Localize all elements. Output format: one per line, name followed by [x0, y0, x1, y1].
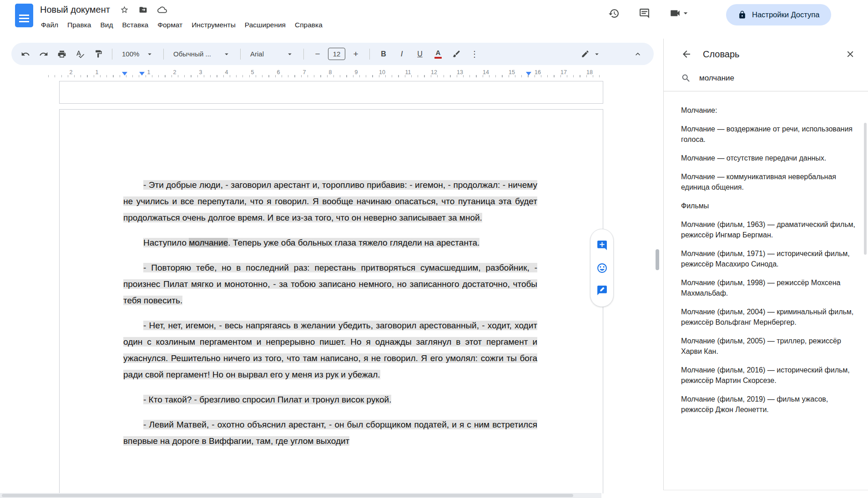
- toolbar-separator: [369, 49, 370, 60]
- text-color-button[interactable]: A: [430, 46, 446, 62]
- menu-item[interactable]: Правка: [63, 19, 96, 31]
- increase-font-button[interactable]: +: [348, 46, 363, 62]
- document-title[interactable]: Новый документ: [40, 5, 110, 15]
- menu-item[interactable]: Инструменты: [187, 19, 240, 31]
- ruler-number: 10: [379, 69, 385, 75]
- panel-scrollbar-thumb[interactable]: [864, 123, 867, 255]
- menu-item[interactable]: Вставка: [118, 19, 153, 31]
- undo-button[interactable]: [18, 46, 33, 62]
- dictionary-entry: Молчание — воздержание от речи, использо…: [681, 124, 856, 145]
- document-paragraph[interactable]: - Нет, нет, игемон, - весь напрягаясь в …: [123, 317, 537, 383]
- pen-icon: [577, 46, 593, 62]
- move-folder-icon[interactable]: [139, 5, 147, 14]
- video-camera-icon: [669, 7, 681, 19]
- ruler-ticks: [48, 75, 605, 77]
- zoom-value: 100%: [122, 50, 139, 58]
- ruler-number: 12: [431, 69, 437, 75]
- toolbar-separator: [112, 49, 112, 60]
- font-value: Arial: [250, 50, 264, 58]
- decrease-font-button[interactable]: −: [310, 46, 325, 62]
- star-icon[interactable]: [120, 5, 129, 14]
- dictionary-entry: Молчание — отсутствие передачи данных.: [681, 153, 856, 163]
- ruler-number: 13: [457, 69, 463, 75]
- menu-item[interactable]: Формат: [153, 19, 187, 31]
- menu-item[interactable]: Справка: [290, 19, 327, 31]
- paragraph-style-select[interactable]: Обычный ...: [170, 46, 234, 62]
- chevron-down-icon: [593, 50, 601, 58]
- menu-item[interactable]: Файл: [36, 19, 63, 31]
- search-icon: [681, 73, 691, 83]
- ruler-number: 3: [199, 69, 202, 75]
- paint-format-button[interactable]: [91, 46, 106, 62]
- selected-text: - Левий Матвей, - охотно объяснил ареста…: [123, 420, 537, 446]
- ruler-number: 16: [535, 69, 541, 75]
- page-break-strip: [59, 81, 603, 104]
- add-comment-button[interactable]: [595, 239, 608, 252]
- toolbar-separator: [303, 49, 304, 60]
- google-docs-logo[interactable]: [15, 4, 33, 27]
- share-button[interactable]: Настройки Доступа: [726, 4, 831, 25]
- ruler-number: 7: [303, 69, 306, 75]
- cloud-status-icon[interactable]: [157, 5, 167, 15]
- toolbar-separator: [163, 49, 164, 60]
- spellcheck-button[interactable]: [72, 46, 88, 62]
- version-history-icon[interactable]: [608, 8, 620, 19]
- selected-text: - Эти добрые люди, - заговорил арестант …: [123, 180, 537, 222]
- zoom-select[interactable]: 100%: [118, 46, 157, 62]
- style-value: Обычный ...: [173, 50, 211, 58]
- close-icon[interactable]: [845, 49, 855, 59]
- collapse-toolbar-button[interactable]: [630, 46, 646, 62]
- font-size-input[interactable]: 12: [328, 48, 345, 60]
- bold-button[interactable]: B: [376, 46, 391, 62]
- selected-text: Наступило: [143, 238, 189, 247]
- ruler-number: 2: [70, 69, 73, 75]
- back-arrow-icon[interactable]: [681, 49, 692, 60]
- document-paragraph[interactable]: Наступило молчание. Теперь уже оба больн…: [123, 235, 537, 251]
- join-call-button[interactable]: [669, 7, 690, 19]
- ruler-number: 6: [277, 69, 280, 75]
- ruler-number: 4: [225, 69, 228, 75]
- horizontal-scrollbar-thumb[interactable]: [2, 494, 573, 497]
- menu-item[interactable]: Вид: [96, 19, 117, 31]
- insert-emoji-button[interactable]: [595, 262, 608, 274]
- font-select[interactable]: Arial: [247, 46, 298, 62]
- redo-button[interactable]: [36, 46, 51, 62]
- dictionary-entry: Молчание (фильм, 2016) — исторический фи…: [681, 365, 856, 386]
- horizontal-ruler[interactable]: 21123456789101112131415161718: [0, 68, 662, 79]
- document-page[interactable]: - Эти добрые люди, - заговорил арестант …: [59, 109, 603, 493]
- editing-mode-select[interactable]: [577, 46, 601, 62]
- indent-marker-right[interactable]: [526, 72, 531, 75]
- highlight-color-button[interactable]: [449, 46, 464, 62]
- chevron-down-icon: [286, 50, 294, 58]
- horizontal-scrollbar[interactable]: [0, 493, 601, 498]
- chevron-down-icon: [681, 9, 690, 18]
- document-paragraph[interactable]: - Левий Матвей, - охотно объяснил ареста…: [123, 417, 537, 449]
- page-text[interactable]: - Эти добрые люди, - заговорил арестант …: [123, 177, 537, 458]
- document-paragraph[interactable]: - Кто такой? - брезгливо спросил Пилат и…: [123, 392, 537, 408]
- italic-button[interactable]: I: [394, 46, 409, 62]
- print-button[interactable]: [54, 46, 70, 62]
- ruler-number: 14: [483, 69, 489, 75]
- dictionary-entry: Молчание (фильм, 2005) — триллер, режисс…: [681, 336, 856, 357]
- share-button-label: Настройки Доступа: [752, 10, 819, 19]
- document-paragraph[interactable]: - Повторяю тебе, но в последний раз: пер…: [123, 260, 537, 309]
- dictionary-entry: Фильмы: [681, 201, 856, 211]
- menu-item[interactable]: Расширения: [240, 19, 290, 31]
- text-color-letter: A: [436, 50, 441, 56]
- indent-marker-left[interactable]: [139, 72, 145, 75]
- floating-action-bar: [590, 229, 614, 307]
- dictionary-header: Словарь: [664, 49, 868, 60]
- comments-icon[interactable]: [639, 8, 650, 19]
- dictionary-search-input[interactable]: [699, 74, 836, 83]
- underline-button[interactable]: U: [412, 46, 428, 62]
- indent-marker-first-line[interactable]: [122, 72, 127, 75]
- lock-icon: [738, 10, 747, 19]
- ruler-number: 8: [329, 69, 332, 75]
- ruler-number: 2: [173, 69, 177, 75]
- menu-bar: ФайлПравкаВидВставкаФорматИнструментыРас…: [36, 19, 327, 31]
- document-scrollbar-thumb[interactable]: [656, 249, 659, 270]
- dictionary-results: Молчание:Молчание — воздержание от речи,…: [664, 91, 868, 415]
- more-options-button[interactable]: ⋮: [467, 46, 482, 62]
- document-paragraph[interactable]: - Эти добрые люди, - заговорил арестант …: [123, 177, 537, 226]
- suggest-edits-button[interactable]: [595, 284, 608, 297]
